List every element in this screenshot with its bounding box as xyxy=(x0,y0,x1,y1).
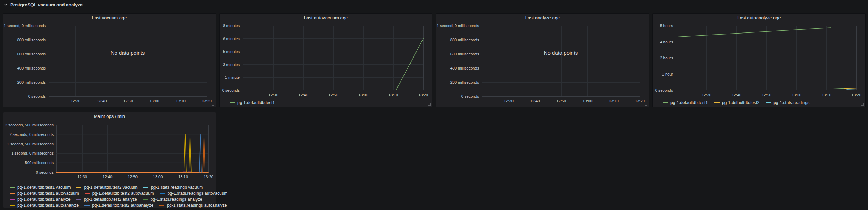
y-axis-tick-label: 200 milliseconds xyxy=(436,80,479,84)
x-axis-tick-label: 13:20 xyxy=(204,175,213,179)
x-axis-tick-label: 12:30 xyxy=(77,175,87,179)
panel-resize-handle[interactable] xyxy=(428,103,431,106)
panel-resize-handle[interactable] xyxy=(645,103,647,106)
legend-item[interactable]: pg-1.defaultdb.test2 analyze xyxy=(76,197,137,202)
y-axis-tick-label: 6 minutes xyxy=(220,37,240,41)
legend-item[interactable]: pg-1.defaultdb.test1 analyze xyxy=(10,197,71,202)
x-axis-tick-label: 12:30 xyxy=(71,99,80,103)
legend-swatch xyxy=(10,187,15,188)
legend-item[interactable]: pg-1.defaultdb.test2 xyxy=(714,100,759,105)
legend-label: pg-1.stats.readings autovacuum xyxy=(168,191,228,196)
x-axis-tick-label: 13:00 xyxy=(153,175,163,179)
no-data-message: No data points xyxy=(111,50,145,56)
panel-title[interactable]: Maint ops / min xyxy=(3,114,216,119)
x-axis-tick-label: 12:30 xyxy=(504,99,514,103)
legend-label: pg-1.defaultdb.test1 autovacuum xyxy=(17,191,79,196)
legend-swatch xyxy=(143,187,148,188)
y-axis-tick-label: 1 minute xyxy=(220,75,240,79)
x-axis-tick-label: 12:40 xyxy=(103,175,113,179)
x-axis-tick-label: 13:20 xyxy=(202,99,212,103)
x-axis-tick-label: 12:50 xyxy=(123,99,133,103)
legend-swatch xyxy=(160,193,165,194)
y-axis-tick-label: 800 milliseconds xyxy=(436,38,479,42)
legend-label: pg-1.defaultdb.test2 autovacuum xyxy=(92,191,154,196)
x-axis-tick-label: 13:20 xyxy=(418,93,428,97)
x-axis-tick-label: 13:10 xyxy=(176,99,186,103)
legend-item[interactable]: pg-1.stats.readings vacuum xyxy=(143,185,203,190)
x-axis-tick-label: 12:50 xyxy=(761,93,771,97)
x-axis-tick-label: 12:50 xyxy=(128,175,138,179)
x-axis-tick-label: 13:00 xyxy=(583,99,593,103)
y-axis-tick-label: 800 milliseconds xyxy=(3,38,46,42)
legend-item[interactable]: pg-1.stats.readings autovacuum xyxy=(160,191,228,196)
row-title: PostgreSQL vacuum and analyze xyxy=(10,2,83,7)
x-axis-tick-label: 12:50 xyxy=(556,99,566,103)
legend-swatch xyxy=(230,102,235,103)
legend-item[interactable]: pg-1.defaultdb.test2 vacuum xyxy=(76,185,137,190)
panel-resize-handle[interactable] xyxy=(212,103,214,106)
legend-label: pg-1.stats.readings autoanalyze xyxy=(167,203,227,208)
legend-item[interactable]: pg-1.defaultdb.test1 xyxy=(230,100,275,105)
y-axis-tick-label: 1 second, 0 milliseconds xyxy=(3,24,46,28)
plot-grid xyxy=(220,14,433,108)
legend-row: pg-1.defaultdb.test1 vacuum pg-1.default… xyxy=(10,184,227,190)
legend-label: pg-1.defaultdb.test2 vacuum xyxy=(84,185,137,190)
legend-item[interactable]: pg-1.stats.readings autoanalyze xyxy=(159,203,227,208)
panel-title[interactable]: Last autoanalyze age xyxy=(653,15,865,20)
y-axis-tick-label: 2 seconds, 500 milliseconds xyxy=(3,123,54,127)
legend-item[interactable]: pg-1.defaultdb.test2 autoanalyze xyxy=(84,203,153,208)
legend-item[interactable]: pg-1.stats.readings xyxy=(766,100,809,105)
y-axis-tick-label: 1 second, 0 milliseconds xyxy=(436,24,479,28)
x-axis-tick-label: 13:20 xyxy=(635,99,645,103)
legend-swatch xyxy=(85,193,90,194)
legend-swatch xyxy=(663,102,668,103)
y-axis-tick-label: 2 seconds, 0 milliseconds xyxy=(3,132,54,137)
y-axis-tick-label: 5 minutes xyxy=(220,49,240,54)
legend-swatch xyxy=(714,102,720,103)
legend-row: pg-1.defaultdb.test1 analyze pg-1.defaul… xyxy=(10,196,227,202)
legend-item[interactable]: pg-1.stats.readings analyze xyxy=(143,197,202,202)
x-axis-tick-label: 12:40 xyxy=(298,93,308,97)
panel-resize-handle[interactable] xyxy=(861,103,864,106)
panel-title[interactable]: Last analyze age xyxy=(436,15,649,20)
x-axis-tick-label: 13:10 xyxy=(388,93,398,97)
legend-swatch xyxy=(76,199,81,200)
y-axis-tick-label: 0 seconds xyxy=(220,88,240,92)
legend-row: pg-1.defaultdb.test1 autovacuum pg-1.def… xyxy=(10,190,227,196)
legend-swatch xyxy=(10,199,15,200)
y-axis-tick-label: 600 milliseconds xyxy=(436,52,479,56)
legend-item[interactable]: pg-1.defaultdb.test2 autovacuum xyxy=(85,191,154,196)
y-axis-tick-label: 0 seconds xyxy=(653,88,673,92)
panel-last-vacuum-age: Last vacuum age 1 second, 0 milliseconds… xyxy=(3,13,216,107)
y-axis-tick-label: 1 second, 500 milliseconds xyxy=(3,142,54,146)
y-axis-tick-label: 600 milliseconds xyxy=(3,52,46,56)
y-axis-tick-label: 500 milliseconds xyxy=(3,161,54,165)
y-axis-tick-label: 0 seconds xyxy=(3,94,46,98)
legend-label: pg-1.defaultdb.test2 xyxy=(722,100,759,105)
dashboard-row-header[interactable]: PostgreSQL vacuum and analyze xyxy=(0,0,83,9)
x-axis-tick-label: 12:30 xyxy=(268,93,278,97)
legend-swatch xyxy=(159,205,164,206)
panel-legend: pg-1.defaultdb.test1 pg-1.defaultdb.test… xyxy=(663,100,809,105)
y-axis-tick-label: 2 hours xyxy=(653,56,673,60)
panel-maint-ops-per-min: Maint ops / min 2 seconds, 500 milliseco… xyxy=(3,112,216,208)
legend-item[interactable]: pg-1.defaultdb.test1 xyxy=(663,100,708,105)
series-line-pg-1-stats-readings xyxy=(847,89,856,89)
y-axis-tick-label: 1 second, 0 milliseconds xyxy=(3,151,54,155)
panel-title[interactable]: Last vacuum age xyxy=(3,15,216,20)
panel-title[interactable]: Last autovacuum age xyxy=(220,15,432,20)
y-axis-tick-label: 400 milliseconds xyxy=(436,66,479,70)
panel-last-autovacuum-age: Last autovacuum age 8 minutes 6 minutes … xyxy=(219,13,432,107)
legend-swatch xyxy=(143,199,148,200)
y-axis-tick-label: 3 minutes xyxy=(220,62,240,67)
x-axis-tick-label: 13:10 xyxy=(178,175,188,179)
legend-item[interactable]: pg-1.defaultdb.test1 autovacuum xyxy=(10,191,79,196)
no-data-message: No data points xyxy=(544,50,578,56)
panel-last-analyze-age: Last analyze age 1 second, 0 millisecond… xyxy=(436,13,649,107)
legend-item[interactable]: pg-1.defaultdb.test1 autoanalyze xyxy=(10,203,79,208)
legend-item[interactable]: pg-1.defaultdb.test1 vacuum xyxy=(10,185,71,190)
panel-legend: pg-1.defaultdb.test1 vacuum pg-1.default… xyxy=(10,184,227,208)
y-axis-tick-label: 8 minutes xyxy=(220,24,240,28)
x-axis-tick-label: 13:00 xyxy=(150,99,159,103)
panel-resize-handle[interactable] xyxy=(212,204,214,206)
